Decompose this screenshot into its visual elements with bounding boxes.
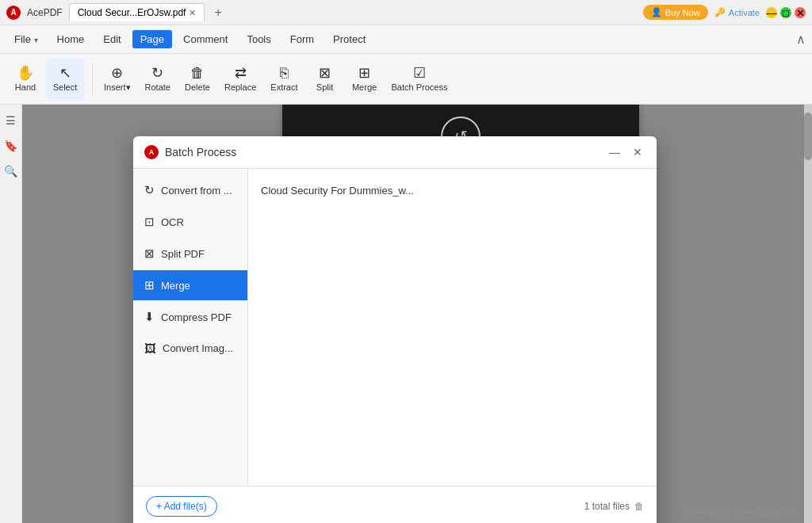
merge-icon: ⊞: [358, 66, 370, 80]
title-bar: A AcePDF Cloud Secur...ErOJsw.pdf ✕ + 👤 …: [0, 0, 812, 25]
app-logo: A: [6, 6, 21, 20]
tool-group-page-ops: ⊕ Insert▾ ↻ Rotate 🗑 Delete ⇄ Replace ⎘ …: [98, 59, 454, 100]
menu-edit[interactable]: Edit: [95, 30, 128, 48]
hand-tool-button[interactable]: ✋ Hand: [6, 59, 44, 100]
dialog-title-area: A Batch Process: [144, 145, 236, 159]
menu-collapse-icon[interactable]: ∧: [796, 32, 806, 47]
menu-file[interactable]: File ▾: [6, 30, 46, 48]
toolbar-separator-1: [92, 63, 93, 95]
convert-from-icon: ↻: [144, 183, 155, 197]
minimize-button[interactable]: —: [766, 7, 777, 18]
maximize-button[interactable]: □: [780, 7, 791, 18]
delete-icon: 🗑: [190, 66, 205, 80]
sidebar-item-convert-image[interactable]: 🖼 Convert Imag...: [133, 334, 247, 363]
menu-protect[interactable]: Protect: [325, 30, 373, 48]
split-pdf-icon: ⊠: [144, 246, 155, 261]
dialog-minimize-button[interactable]: —: [606, 144, 623, 160]
delete-tool-button[interactable]: 🗑 Delete: [178, 59, 216, 100]
activate-button[interactable]: 🔑 Activate: [714, 7, 760, 17]
insert-tool-button[interactable]: ⊕ Insert▾: [98, 59, 137, 100]
compress-pdf-icon: ⬇: [144, 310, 155, 324]
sidebar-item-merge[interactable]: ⊞ Merge: [133, 270, 247, 300]
toolbar: ✋ Hand ↖ Select ⊕ Insert▾ ↻ Rotate 🗑 Del…: [0, 54, 812, 105]
new-tab-button[interactable]: +: [214, 6, 221, 20]
window-controls: — □ ✕: [766, 7, 806, 18]
file-list-item: Cloud Security For Dummies_w...: [261, 181, 644, 200]
dialog-header: A Batch Process — ✕: [133, 136, 657, 169]
total-files-info: 1 total files 🗑: [584, 501, 644, 512]
menu-bar: File ▾ Home Edit Page Comment Tools Form…: [0, 25, 812, 54]
ocr-icon: ⊡: [144, 215, 155, 229]
menu-home[interactable]: Home: [49, 30, 93, 48]
replace-icon: ⇄: [235, 66, 247, 80]
user-icon: 👤: [651, 7, 662, 17]
sidebar-item-compress-pdf[interactable]: ⬇ Compress PDF: [133, 302, 247, 332]
menu-comment[interactable]: Comment: [175, 30, 236, 48]
dialog-sidebar: ↻ Convert from ... ⊡ OCR ⊠ Split PDF ⊞ M…: [133, 169, 248, 486]
sidebar-item-convert-from[interactable]: ↻ Convert from ...: [133, 175, 247, 205]
search-panel-icon[interactable]: 🔍: [1, 162, 21, 181]
batch-process-icon: ☑: [413, 66, 426, 80]
file-menu-arrow: ▾: [34, 36, 38, 44]
split-icon: ⊠: [319, 66, 331, 80]
select-tool-button[interactable]: ↖ Select: [46, 59, 84, 100]
title-bar-left: A AcePDF Cloud Secur...ErOJsw.pdf ✕ +: [6, 3, 222, 21]
open-tab[interactable]: Cloud Secur...ErOJsw.pdf ✕: [69, 3, 205, 21]
file-list: Cloud Security For Dummies_w...: [261, 181, 644, 473]
split-tool-button[interactable]: ⊠ Split: [306, 59, 344, 100]
dialog-content-area: Cloud Security For Dummies_w...: [248, 169, 657, 486]
insert-icon: ⊕: [111, 66, 123, 80]
batch-process-tool-button[interactable]: ☑ Batch Process: [385, 59, 454, 100]
dialog-logo: A: [144, 145, 159, 159]
menu-tools[interactable]: Tools: [239, 30, 278, 48]
dialog-body: ↻ Convert from ... ⊡ OCR ⊠ Split PDF ⊞ M…: [133, 169, 657, 486]
tab-close-icon[interactable]: ✕: [189, 8, 196, 18]
close-button[interactable]: ✕: [795, 7, 806, 18]
sidebar-tools: ☰ 🔖 🔍: [0, 105, 22, 523]
batch-process-dialog: A Batch Process — ✕ ↻ Convert from ... ⊡…: [133, 136, 657, 523]
tool-group-hand-select: ✋ Hand ↖ Select: [6, 59, 84, 100]
menu-page[interactable]: Page: [132, 30, 172, 48]
buy-now-button[interactable]: 👤 Buy Now: [643, 5, 708, 20]
menu-form[interactable]: Form: [282, 30, 322, 48]
title-bar-right: 👤 Buy Now 🔑 Activate — □ ✕: [643, 5, 806, 20]
page-thumbnail-icon[interactable]: ☰: [2, 111, 19, 130]
bookmark-icon[interactable]: 🔖: [1, 136, 21, 155]
hand-icon: ✋: [17, 66, 34, 80]
dialog-close-button[interactable]: ✕: [630, 144, 645, 160]
delete-all-icon[interactable]: 🗑: [634, 501, 644, 512]
tab-title: Cloud Secur...ErOJsw.pdf: [78, 7, 186, 18]
activate-icon: 🔑: [714, 7, 726, 17]
footer-top-row: + Add file(s) 1 total files 🗑: [146, 496, 644, 517]
app-name: AcePDF: [27, 7, 63, 18]
extract-tool-button[interactable]: ⎘ Extract: [264, 59, 304, 100]
dialog-window-controls: — ✕: [606, 144, 645, 160]
convert-image-icon: 🖼: [144, 342, 156, 355]
merge-tool-button[interactable]: ⊞ Merge: [346, 59, 384, 100]
add-files-button[interactable]: + Add file(s): [146, 496, 217, 517]
rotate-tool-button[interactable]: ↻ Rotate: [139, 59, 177, 100]
merge-sidebar-icon: ⊞: [144, 278, 155, 292]
rotate-icon: ↻: [151, 66, 163, 80]
dialog-overlay: A Batch Process — ✕ ↻ Convert from ... ⊡…: [22, 105, 812, 523]
dialog-footer: + Add file(s) 1 total files 🗑 All files …: [133, 486, 657, 523]
sidebar-item-split-pdf[interactable]: ⊠ Split PDF: [133, 239, 247, 269]
dialog-title: Batch Process: [165, 146, 236, 158]
sidebar-item-ocr[interactable]: ⊡ OCR: [133, 207, 247, 237]
select-icon: ↖: [59, 66, 71, 80]
replace-tool-button[interactable]: ⇄ Replace: [218, 59, 262, 100]
extract-icon: ⎘: [280, 66, 289, 80]
